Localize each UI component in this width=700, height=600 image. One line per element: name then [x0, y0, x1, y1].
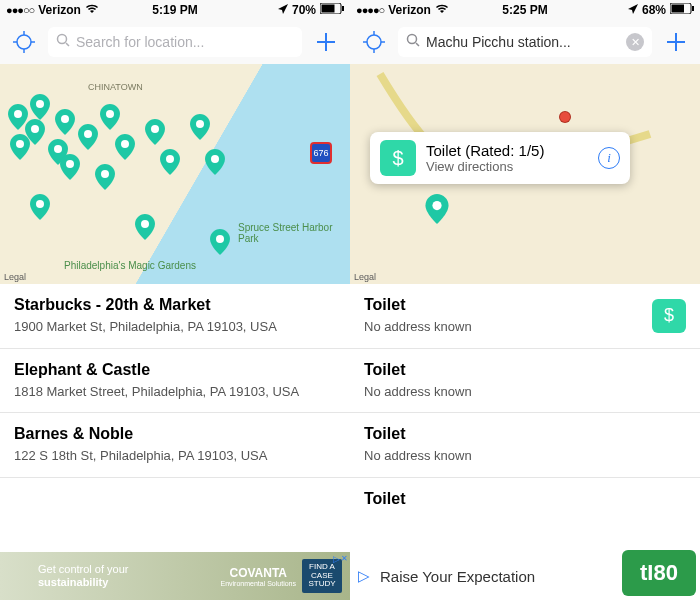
- result-address: 1818 Market Street, Philadelphia, PA 191…: [14, 383, 336, 401]
- svg-line-9: [66, 43, 69, 46]
- map-red-pin-icon[interactable]: [560, 112, 570, 122]
- phone-right: ●●●●○ Verizon 5:25 PM 68% Machu Picchu s…: [350, 0, 700, 600]
- result-title: Starbucks - 20th & Market: [14, 296, 336, 314]
- map-pin-icon[interactable]: [210, 229, 230, 255]
- map-pin-icon[interactable]: [425, 194, 449, 224]
- map-pin-icon[interactable]: [78, 124, 98, 150]
- svg-point-8: [58, 35, 67, 44]
- result-title: Toilet: [364, 425, 686, 443]
- map-pin-icon[interactable]: [115, 134, 135, 160]
- clear-search-button[interactable]: ✕: [626, 33, 644, 51]
- svg-point-24: [166, 155, 174, 163]
- list-item[interactable]: Elephant & Castle 1818 Market Street, Ph…: [0, 349, 350, 414]
- svg-point-28: [141, 220, 149, 228]
- search-placeholder: Search for location...: [76, 34, 204, 50]
- map-pin-icon[interactable]: [60, 154, 80, 180]
- result-address: No address known: [364, 383, 686, 401]
- map-callout[interactable]: $ Toilet (Rated: 1/5) View directions i: [370, 132, 630, 184]
- svg-point-17: [54, 145, 62, 153]
- map-pin-icon[interactable]: [205, 149, 225, 175]
- svg-point-29: [216, 235, 224, 243]
- map-view[interactable]: $ Toilet (Rated: 1/5) View directions i …: [350, 64, 700, 284]
- ad-brand: COVANTA: [221, 566, 297, 580]
- svg-point-42: [432, 201, 441, 210]
- svg-point-15: [16, 140, 24, 148]
- svg-point-26: [211, 155, 219, 163]
- adchoices-icon[interactable]: ▷✕: [333, 554, 348, 564]
- result-title: Barnes & Noble: [14, 425, 336, 443]
- status-bar: ●●●○○ Verizon 5:19 PM 70%: [0, 0, 350, 20]
- paid-icon: $: [652, 299, 686, 333]
- svg-point-14: [31, 125, 39, 133]
- highway-shield-icon: 676: [310, 142, 332, 164]
- adchoices-icon[interactable]: ▷: [358, 567, 370, 585]
- list-item[interactable]: Starbucks - 20th & Market 1900 Market St…: [0, 284, 350, 349]
- map-pin-icon[interactable]: [30, 94, 50, 120]
- clock-label: 5:25 PM: [350, 3, 700, 17]
- result-title: Toilet: [364, 490, 686, 508]
- nav-bar: Machu Picchu station... ✕: [350, 20, 700, 64]
- locate-button[interactable]: [8, 26, 40, 58]
- map-pin-icon[interactable]: [190, 114, 210, 140]
- svg-point-22: [101, 170, 109, 178]
- search-field[interactable]: Machu Picchu station... ✕: [398, 27, 652, 57]
- search-icon: [406, 33, 420, 51]
- list-item[interactable]: Toilet: [350, 478, 700, 524]
- svg-point-33: [367, 35, 381, 49]
- paid-icon: $: [380, 140, 416, 176]
- result-address: 1900 Market St, Philadelphia, PA 19103, …: [14, 318, 336, 336]
- phone-left: ●●●○○ Verizon 5:19 PM 70% Search for loc…: [0, 0, 350, 600]
- svg-point-3: [17, 35, 31, 49]
- result-title: Toilet: [364, 296, 652, 314]
- svg-point-20: [106, 110, 114, 118]
- search-value: Machu Picchu station...: [426, 34, 620, 50]
- map-pin-icon[interactable]: [10, 134, 30, 160]
- map-pin-icon[interactable]: [160, 149, 180, 175]
- status-bar: ●●●●○ Verizon 5:25 PM 68%: [350, 0, 700, 20]
- ad-brand-sub: Environmental Solutions: [221, 580, 297, 587]
- map-legal-link[interactable]: Legal: [354, 272, 376, 282]
- svg-point-21: [121, 140, 129, 148]
- result-address: No address known: [364, 447, 686, 465]
- add-button[interactable]: [660, 26, 692, 58]
- locate-button[interactable]: [358, 26, 390, 58]
- list-item[interactable]: Toilet No address known: [350, 349, 700, 414]
- map-park-label: Philadelphia's Magic Gardens: [64, 260, 196, 271]
- svg-point-16: [61, 115, 69, 123]
- map-legal-link[interactable]: Legal: [4, 272, 26, 282]
- svg-point-23: [151, 125, 159, 133]
- map-view[interactable]: CHINATOWN 676 Spruce Street Harbor Park …: [0, 64, 350, 284]
- info-button[interactable]: i: [598, 147, 620, 169]
- ad-subhead: sustainability: [38, 576, 215, 589]
- svg-line-39: [416, 43, 419, 46]
- search-field[interactable]: Search for location...: [48, 27, 302, 57]
- clock-label: 5:19 PM: [0, 3, 350, 17]
- map-pin-icon[interactable]: [135, 214, 155, 240]
- list-item[interactable]: Barnes & Noble 122 S 18th St, Philadelph…: [0, 413, 350, 478]
- list-item[interactable]: Toilet No address known $: [350, 284, 700, 349]
- svg-point-13: [36, 100, 44, 108]
- ad-headline: Get control of your: [38, 563, 215, 576]
- svg-point-19: [66, 160, 74, 168]
- list-item[interactable]: Toilet No address known: [350, 413, 700, 478]
- search-icon: [56, 33, 70, 51]
- callout-directions-link[interactable]: View directions: [426, 159, 588, 174]
- svg-point-25: [196, 120, 204, 128]
- map-pin-icon[interactable]: [95, 164, 115, 190]
- map-park-label: Spruce Street Harbor Park: [238, 222, 350, 244]
- result-title: Elephant & Castle: [14, 361, 336, 379]
- map-pin-icon[interactable]: [55, 109, 75, 135]
- map-district-label: CHINATOWN: [88, 82, 143, 92]
- map-pin-icon[interactable]: [100, 104, 120, 130]
- svg-point-27: [36, 200, 44, 208]
- svg-point-38: [408, 35, 417, 44]
- result-address: No address known: [364, 318, 652, 336]
- svg-point-12: [14, 110, 22, 118]
- add-button[interactable]: [310, 26, 342, 58]
- map-pin-icon[interactable]: [30, 194, 50, 220]
- map-pin-icon[interactable]: [145, 119, 165, 145]
- ad-banner[interactable]: Get control of your sustainability COVAN…: [0, 552, 350, 600]
- ad-text: Raise Your Expectation: [380, 568, 535, 585]
- callout-title: Toilet (Rated: 1/5): [426, 142, 588, 159]
- watermark-badge: tI80: [622, 550, 696, 596]
